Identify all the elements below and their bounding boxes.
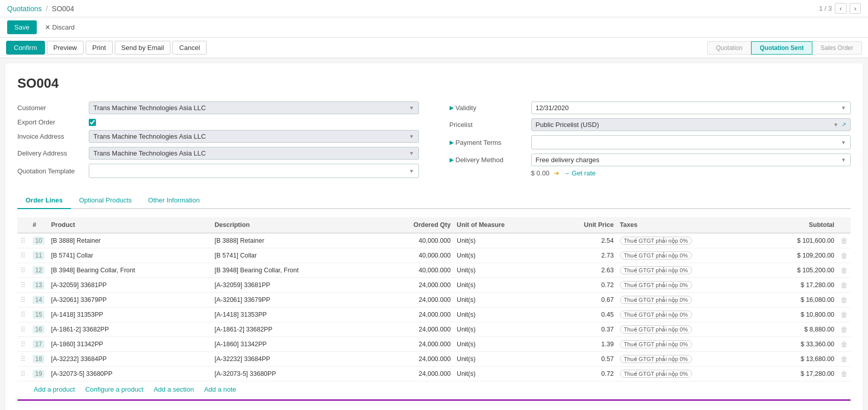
- description-cell[interactable]: [B 3888] Retainer: [212, 233, 376, 248]
- qty-cell[interactable]: 24,000.000: [375, 322, 454, 337]
- delete-row-icon[interactable]: 🗑: [840, 370, 848, 378]
- pricelist-external-link-icon[interactable]: ↗: [841, 121, 846, 128]
- configure-product-button[interactable]: Configure a product: [85, 386, 143, 393]
- print-button[interactable]: Print: [86, 41, 113, 55]
- tax-cell[interactable]: Thuế GTGT phải nộp 0%: [617, 278, 759, 293]
- description-cell[interactable]: [A-1860] 31342PP: [212, 337, 376, 352]
- tab-optional-products[interactable]: Optional Products: [71, 192, 140, 209]
- qty-cell[interactable]: 40,000.000: [375, 248, 454, 263]
- description-cell[interactable]: [A-32061] 33679PP: [212, 293, 376, 308]
- tax-cell[interactable]: Thuế GTGT phải nộp 0%: [617, 293, 759, 308]
- uom-cell[interactable]: Unit(s): [454, 367, 552, 381]
- delete-row-icon[interactable]: 🗑: [840, 311, 848, 319]
- description-cell[interactable]: [A-32059] 33681PP: [212, 278, 376, 293]
- validity-input[interactable]: 12/31/2020 ▼: [531, 101, 851, 114]
- discard-button[interactable]: ✕ Discard: [40, 20, 80, 34]
- tax-cell[interactable]: Thuế GTGT phải nộp 0%: [617, 352, 759, 367]
- description-cell[interactable]: [A-1418] 31353PP: [212, 308, 376, 322]
- delete-row-icon[interactable]: 🗑: [840, 251, 848, 260]
- qty-cell[interactable]: 40,000.000: [375, 263, 454, 278]
- product-cell[interactable]: [B 5741] Collar: [48, 248, 212, 263]
- uom-cell[interactable]: Unit(s): [454, 278, 552, 293]
- product-cell[interactable]: [A-32232] 33684PP: [48, 352, 212, 367]
- quotation-template-input[interactable]: ▼: [89, 164, 419, 178]
- product-cell[interactable]: [A-32061] 33679PP: [48, 293, 212, 308]
- get-rate-button[interactable]: → Get rate: [563, 169, 596, 177]
- product-cell[interactable]: [B 3948] Bearing Collar, Front: [48, 263, 212, 278]
- delete-cell[interactable]: 🗑: [837, 367, 851, 381]
- qty-cell[interactable]: 40,000.000: [375, 233, 454, 248]
- product-cell[interactable]: [A-1418] 31353PP: [48, 308, 212, 322]
- breadcrumb-parent[interactable]: Quotations: [7, 5, 42, 13]
- product-cell[interactable]: [A-32073-5] 33680PP: [48, 367, 212, 381]
- unit-price-cell[interactable]: 0.67: [552, 293, 617, 308]
- uom-cell[interactable]: Unit(s): [454, 248, 552, 263]
- delete-row-icon[interactable]: 🗑: [840, 266, 848, 274]
- product-cell[interactable]: [A-32059] 33681PP: [48, 278, 212, 293]
- add-note-button[interactable]: Add a note: [204, 386, 236, 393]
- customer-input[interactable]: Trans Machine Technologies Asia LLC ▼: [89, 101, 419, 114]
- tax-cell[interactable]: Thuế GTGT phải nộp 0%: [617, 322, 759, 337]
- confirm-button[interactable]: Confirm: [6, 41, 45, 55]
- delete-cell[interactable]: 🗑: [837, 322, 851, 337]
- unit-price-cell[interactable]: 2.63: [552, 263, 617, 278]
- unit-price-cell[interactable]: 2.54: [552, 233, 617, 248]
- uom-cell[interactable]: Unit(s): [454, 322, 552, 337]
- delete-row-icon[interactable]: 🗑: [840, 296, 848, 304]
- delete-cell[interactable]: 🗑: [837, 233, 851, 248]
- product-cell[interactable]: [A-1861-2] 33682PP: [48, 322, 212, 337]
- nav-prev-button[interactable]: ‹: [835, 3, 846, 14]
- payment-terms-external-icon[interactable]: ▶: [450, 139, 454, 146]
- preview-button[interactable]: Preview: [47, 41, 84, 55]
- validity-external-icon[interactable]: ▶: [450, 105, 454, 111]
- tax-cell[interactable]: Thuế GTGT phải nộp 0%: [617, 248, 759, 263]
- tax-cell[interactable]: Thuế GTGT phải nộp 0%: [617, 367, 759, 381]
- qty-cell[interactable]: 24,000.000: [375, 352, 454, 367]
- uom-cell[interactable]: Unit(s): [454, 233, 552, 248]
- qty-cell[interactable]: 24,000.000: [375, 278, 454, 293]
- description-cell[interactable]: [A-1861-2] 33682PP: [212, 322, 376, 337]
- export-order-checkbox[interactable]: [89, 119, 96, 126]
- tab-order-lines[interactable]: Order Lines: [17, 192, 71, 209]
- delete-row-icon[interactable]: 🗑: [840, 237, 848, 245]
- delete-cell[interactable]: 🗑: [837, 293, 851, 308]
- delete-row-icon[interactable]: 🗑: [840, 340, 848, 348]
- add-section-button[interactable]: Add a section: [154, 386, 194, 393]
- description-cell[interactable]: [A-32232] 33684PP: [212, 352, 376, 367]
- uom-cell[interactable]: Unit(s): [454, 293, 552, 308]
- unit-price-cell[interactable]: 0.72: [552, 278, 617, 293]
- uom-cell[interactable]: Unit(s): [454, 337, 552, 352]
- unit-price-cell[interactable]: 0.45: [552, 308, 617, 322]
- add-product-button[interactable]: Add a product: [34, 386, 75, 393]
- unit-price-cell[interactable]: 0.72: [552, 367, 617, 381]
- unit-price-cell[interactable]: 2.73: [552, 248, 617, 263]
- delivery-method-select[interactable]: Free delivery charges ▼: [531, 153, 851, 166]
- description-cell[interactable]: [A-32073-5] 33680PP: [212, 367, 376, 381]
- delete-cell[interactable]: 🗑: [837, 337, 851, 352]
- delete-cell[interactable]: 🗑: [837, 352, 851, 367]
- qty-cell[interactable]: 24,000.000: [375, 308, 454, 322]
- tax-cell[interactable]: Thuế GTGT phải nộp 0%: [617, 308, 759, 322]
- pricelist-input[interactable]: Public Pricelist (USD) ▼ ↗: [531, 118, 851, 131]
- uom-cell[interactable]: Unit(s): [454, 308, 552, 322]
- unit-price-cell[interactable]: 0.37: [552, 322, 617, 337]
- payment-terms-input[interactable]: ▼: [531, 135, 851, 149]
- delete-cell[interactable]: 🗑: [837, 278, 851, 293]
- save-button[interactable]: Save: [7, 20, 37, 34]
- qty-cell[interactable]: 24,000.000: [375, 367, 454, 381]
- qty-cell[interactable]: 24,000.000: [375, 293, 454, 308]
- delete-cell[interactable]: 🗑: [837, 248, 851, 263]
- delete-row-icon[interactable]: 🗑: [840, 281, 848, 289]
- tax-cell[interactable]: Thuế GTGT phải nộp 0%: [617, 233, 759, 248]
- unit-price-cell[interactable]: 0.57: [552, 352, 617, 367]
- invoice-address-input[interactable]: Trans Machine Technologies Asia LLC ▼: [89, 130, 419, 143]
- delete-row-icon[interactable]: 🗑: [840, 325, 848, 334]
- product-cell[interactable]: [A-1860] 31342PP: [48, 337, 212, 352]
- tax-cell[interactable]: Thuế GTGT phải nộp 0%: [617, 263, 759, 278]
- delete-cell[interactable]: 🗑: [837, 308, 851, 322]
- qty-cell[interactable]: 24,000.000: [375, 337, 454, 352]
- cancel-button[interactable]: Cancel: [172, 41, 206, 55]
- uom-cell[interactable]: Unit(s): [454, 263, 552, 278]
- send-by-email-button[interactable]: Send by Email: [115, 41, 171, 55]
- product-cell[interactable]: [B 3888] Retainer: [48, 233, 212, 248]
